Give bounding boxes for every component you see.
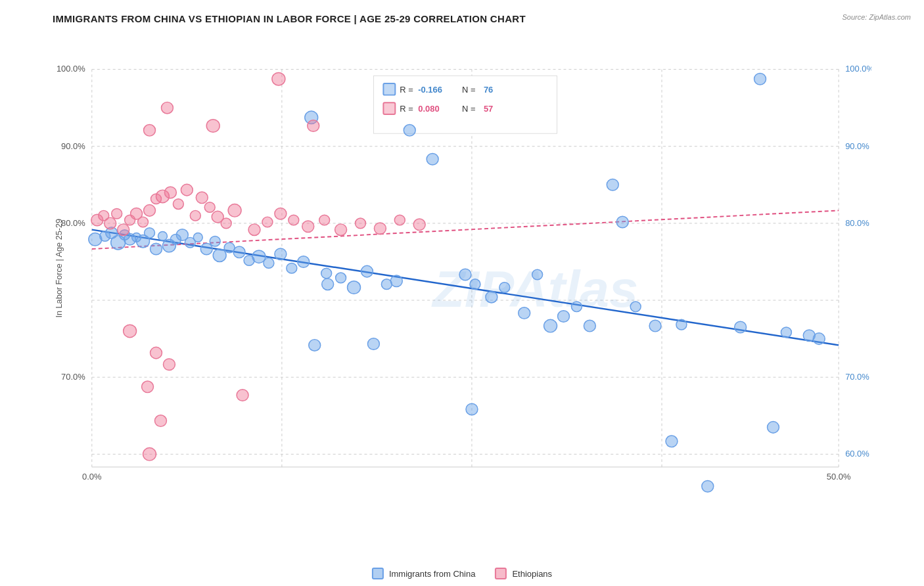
svg-text:N =: N = — [462, 85, 476, 95]
svg-point-123 — [206, 120, 219, 133]
svg-text:R =: R = — [400, 85, 413, 95]
svg-point-116 — [196, 192, 208, 204]
svg-point-104 — [112, 208, 122, 219]
svg-point-73 — [390, 275, 402, 287]
svg-text:N =: N = — [462, 104, 476, 114]
svg-point-64 — [298, 256, 310, 268]
svg-point-105 — [118, 224, 129, 236]
svg-point-77 — [459, 269, 471, 281]
svg-point-115 — [190, 210, 200, 221]
legend-item-pink: Ethiopians — [495, 568, 552, 579]
svg-point-58 — [233, 246, 245, 258]
svg-point-95 — [754, 73, 766, 85]
svg-point-96 — [768, 422, 779, 434]
svg-point-122 — [144, 125, 156, 137]
svg-point-139 — [335, 224, 347, 236]
svg-point-83 — [544, 319, 557, 332]
svg-point-140 — [356, 218, 366, 229]
svg-rect-26 — [383, 83, 395, 95]
svg-point-86 — [584, 320, 595, 332]
svg-text:-0.166: -0.166 — [418, 85, 442, 95]
svg-point-78 — [470, 279, 480, 290]
svg-point-81 — [519, 307, 530, 319]
svg-point-128 — [163, 359, 175, 371]
svg-point-97 — [781, 327, 791, 338]
svg-point-137 — [302, 221, 314, 233]
svg-point-89 — [630, 302, 641, 312]
svg-point-46 — [145, 228, 155, 238]
svg-text:R =: R = — [400, 104, 413, 114]
legend-item-blue: Immigrants from China — [372, 568, 475, 579]
svg-text:90.0%: 90.0% — [61, 141, 85, 151]
source-text: Source: ZipAtlas.com — [842, 13, 911, 21]
svg-point-109 — [144, 205, 156, 217]
svg-point-108 — [138, 217, 149, 227]
svg-text:57: 57 — [484, 104, 493, 114]
svg-point-87 — [607, 179, 618, 191]
svg-point-47 — [150, 243, 162, 255]
svg-text:80.0%: 80.0% — [845, 218, 869, 228]
svg-point-103 — [104, 217, 116, 229]
svg-point-69 — [348, 281, 361, 294]
legend-label-blue: Immigrants from China — [389, 569, 475, 579]
svg-point-132 — [237, 390, 248, 401]
svg-text:In Labor Force | Age 25-29: In Labor Force | Age 25-29 — [54, 219, 64, 318]
svg-point-63 — [287, 263, 297, 273]
svg-point-133 — [248, 224, 260, 236]
svg-point-136 — [289, 215, 299, 225]
svg-point-134 — [262, 217, 273, 227]
svg-point-85 — [571, 302, 582, 312]
svg-point-124 — [272, 72, 285, 85]
svg-point-91 — [666, 436, 678, 447]
svg-point-88 — [616, 216, 628, 228]
svg-point-68 — [336, 273, 346, 283]
svg-point-121 — [161, 102, 173, 114]
svg-line-37 — [92, 210, 839, 249]
svg-point-114 — [181, 184, 193, 196]
chart-container: IMMIGRANTS FROM CHINA VS ETHIOPIAN IN LA… — [0, 0, 924, 586]
svg-point-138 — [319, 215, 330, 225]
svg-point-55 — [210, 236, 220, 246]
svg-text:100.0%: 100.0% — [57, 64, 85, 74]
svg-text:60.0%: 60.0% — [845, 449, 869, 459]
svg-point-80 — [499, 282, 510, 293]
svg-point-67 — [322, 279, 334, 290]
svg-point-143 — [413, 219, 425, 231]
svg-point-141 — [374, 223, 386, 235]
svg-point-113 — [173, 199, 183, 210]
svg-point-54 — [200, 243, 212, 255]
svg-text:0.080: 0.080 — [418, 104, 439, 114]
svg-text:50.0%: 50.0% — [827, 472, 851, 482]
svg-point-94 — [735, 321, 747, 333]
svg-point-62 — [275, 248, 287, 260]
svg-point-135 — [275, 208, 287, 219]
svg-point-112 — [164, 187, 176, 198]
svg-rect-31 — [383, 102, 395, 114]
svg-point-53 — [193, 233, 202, 242]
chart-area: 100.0% 90.0% 80.0% 70.0% 100.0% 90.0% 80… — [53, 31, 871, 518]
svg-point-131 — [143, 448, 156, 461]
svg-text:76: 76 — [484, 85, 493, 95]
svg-point-142 — [394, 215, 405, 225]
legend-label-pink: Ethiopians — [512, 569, 552, 579]
svg-text:0.0%: 0.0% — [82, 472, 102, 482]
svg-text:80.0%: 80.0% — [61, 218, 85, 228]
chart-title: IMMIGRANTS FROM CHINA VS ETHIOPIAN IN LA… — [53, 13, 871, 24]
legend-swatch-pink — [495, 568, 507, 579]
svg-point-90 — [649, 320, 661, 332]
svg-point-79 — [486, 291, 497, 303]
svg-point-65 — [309, 340, 321, 351]
svg-point-129 — [142, 381, 154, 393]
legend-swatch-blue — [372, 568, 384, 579]
svg-point-70 — [361, 265, 373, 277]
svg-point-75 — [404, 125, 415, 137]
svg-point-93 — [702, 480, 714, 492]
svg-point-61 — [264, 258, 274, 269]
svg-point-126 — [124, 325, 137, 338]
svg-point-120 — [228, 204, 241, 217]
scatter-plot: 100.0% 90.0% 80.0% 70.0% 100.0% 90.0% 80… — [53, 31, 871, 518]
chart-legend: Immigrants from China Ethiopians — [372, 568, 552, 579]
svg-point-100 — [466, 403, 478, 415]
svg-point-117 — [204, 202, 215, 213]
svg-point-99 — [813, 333, 825, 345]
